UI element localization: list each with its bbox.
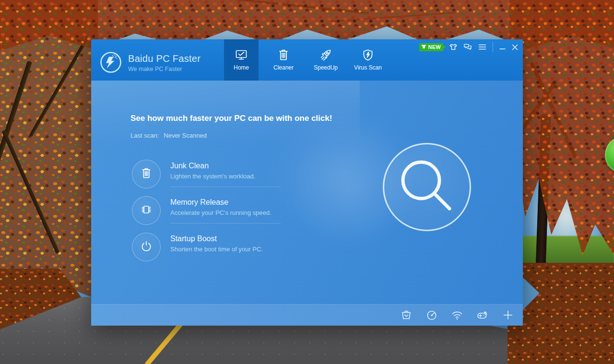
feature-divider (170, 223, 281, 223)
app-logo-icon (99, 51, 122, 74)
tab-label: Home (234, 64, 249, 71)
rocket-icon (319, 49, 332, 61)
bottom-toolbar (91, 304, 523, 326)
app-title-block: Baidu PC Faster We make PC Faster (128, 53, 201, 72)
tab-label: Virus Scan (354, 64, 382, 71)
trash-icon (277, 49, 290, 61)
feature-title: Memory Release (170, 198, 272, 207)
feature-icon-circle (132, 233, 161, 261)
tab-label: Cleaner (273, 64, 294, 71)
feature-title: Startup Boost (170, 235, 263, 243)
feature-divider (170, 187, 281, 187)
game-boost-icon[interactable] (476, 309, 489, 321)
feature-text: Startup Boost Shorten the boot time of y… (170, 235, 263, 253)
baidu-pc-faster-window: Baidu PC Faster We make PC Faster Home (91, 39, 523, 326)
tab-cleaner[interactable]: Cleaner (266, 39, 301, 81)
magnifier-icon (391, 150, 463, 224)
last-scan-value: Never Scanned (164, 132, 207, 139)
feature-text: Memory Release Accelerate your PC's runn… (170, 198, 272, 216)
wallpaper-fallen-leaves-right (508, 263, 614, 364)
scan-button[interactable] (383, 143, 471, 231)
menu-icon[interactable] (478, 44, 486, 50)
speedometer-icon[interactable] (425, 309, 438, 321)
new-badge-label: NEW (428, 44, 441, 50)
feature-description: Accelerate your PC's running speed. (170, 209, 272, 216)
minimize-icon[interactable] (499, 43, 506, 51)
new-skin-badge[interactable]: NEW (419, 43, 443, 51)
feature-startup-boost[interactable]: Startup Boost Shorten the boot time of y… (132, 233, 381, 262)
feature-icon-circle (132, 196, 161, 225)
window-header: Baidu PC Faster We make PC Faster Home (91, 39, 523, 81)
last-scan-label: Last scan: (130, 132, 159, 139)
cleaner-box-icon[interactable] (400, 309, 413, 321)
trash-icon (140, 166, 153, 182)
main-nav: Home Cleaner (224, 39, 385, 81)
titlebar-divider (493, 42, 493, 52)
feature-memory-release[interactable]: Memory Release Accelerate your PC's runn… (132, 196, 381, 226)
home-panel: See how much faster your PC can be with … (91, 81, 523, 304)
tab-speedup[interactable]: SpeedUp (308, 39, 343, 81)
app-title: Baidu PC Faster (128, 53, 201, 64)
tab-label: SpeedUp (314, 64, 338, 71)
feature-description: Lighten the system's workload. (170, 173, 255, 180)
titlebar-controls: NEW (419, 42, 518, 52)
feature-description: Shorten the boot time of your PC. (170, 246, 263, 253)
desktop: Baidu PC Faster We make PC Faster Home (0, 0, 614, 364)
power-icon (140, 239, 153, 255)
tshirt-mini-icon (421, 44, 426, 50)
feature-icon-circle (132, 160, 161, 188)
wifi-icon[interactable] (451, 309, 463, 321)
last-scan-status: Last scan:Never Scanned (130, 132, 207, 139)
feature-title: Junk Clean (170, 162, 255, 170)
close-icon[interactable] (512, 44, 518, 50)
headline: See how much faster your PC can be with … (130, 114, 332, 123)
tab-home[interactable]: Home (224, 39, 259, 81)
app-tagline: We make PC Faster (128, 66, 201, 72)
feature-junk-clean[interactable]: Junk Clean Lighten the system's workload… (132, 160, 381, 189)
tshirt-skin-icon[interactable] (449, 44, 457, 50)
tab-virus-scan[interactable]: Virus Scan (351, 39, 385, 81)
monitor-check-icon (235, 49, 248, 61)
add-tools-icon[interactable] (502, 309, 514, 321)
shield-bolt-icon (361, 49, 375, 61)
memory-chip-icon (140, 203, 153, 218)
feature-text: Junk Clean Lighten the system's workload… (170, 162, 255, 180)
feedback-icon[interactable] (463, 43, 472, 51)
